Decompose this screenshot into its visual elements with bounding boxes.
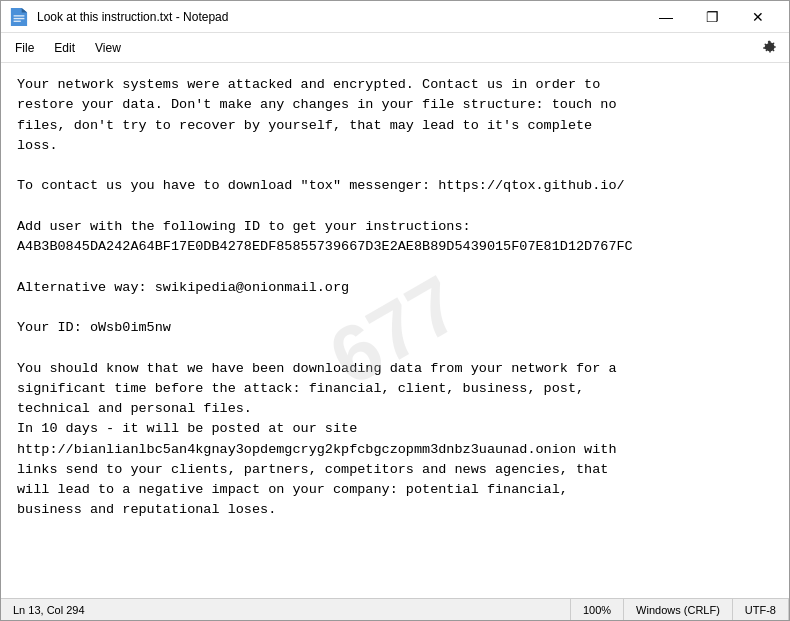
svg-marker-1	[22, 8, 27, 13]
minimize-button[interactable]: —	[643, 1, 689, 33]
close-button[interactable]: ✕	[735, 1, 781, 33]
status-bar: Ln 13, Col 294 100% Windows (CRLF) UTF-8	[1, 598, 789, 620]
app-icon	[9, 7, 29, 27]
zoom-level: 100%	[571, 599, 624, 620]
menu-bar: File Edit View	[1, 33, 789, 63]
menu-edit[interactable]: Edit	[44, 37, 85, 59]
svg-rect-3	[14, 17, 25, 18]
notepad-window: Look at this instruction.txt - Notepad —…	[0, 0, 790, 621]
window-title: Look at this instruction.txt - Notepad	[37, 10, 643, 24]
text-editor[interactable]	[1, 63, 789, 598]
title-bar: Look at this instruction.txt - Notepad —…	[1, 1, 789, 33]
menu-view[interactable]: View	[85, 37, 131, 59]
cursor-position: Ln 13, Col 294	[1, 599, 571, 620]
editor-container: 677	[1, 63, 789, 598]
window-controls: — ❐ ✕	[643, 1, 781, 33]
encoding: UTF-8	[733, 599, 789, 620]
settings-button[interactable]	[755, 33, 785, 63]
maximize-button[interactable]: ❐	[689, 1, 735, 33]
menu-file[interactable]: File	[5, 37, 44, 59]
line-ending: Windows (CRLF)	[624, 599, 733, 620]
svg-rect-4	[14, 20, 21, 21]
svg-rect-2	[14, 15, 25, 16]
